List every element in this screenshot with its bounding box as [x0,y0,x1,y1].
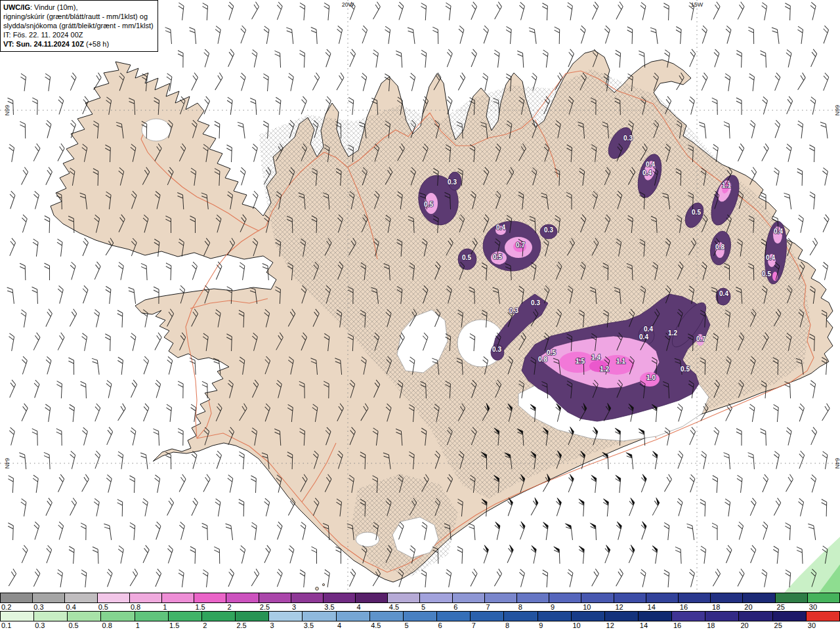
colorbar-tick-label: 2.5 [236,621,246,629]
colorbar-tick-label: 1.5 [169,621,179,629]
colorbar-cell [605,612,639,621]
precip-value-label: 0.5 [692,209,701,216]
precip-value-label: 0.5 [462,254,471,261]
colorbar-cell [259,593,291,602]
precip-value-label: 0.5 [493,253,502,261]
colorbar-tick-label: 10 [583,603,591,611]
colorbar-tick-label: 5 [421,603,425,611]
map-area: 0.30.40.41.10.50.30.50.40.30.70.50.50.40… [0,0,840,593]
precip-value-label: 1.1 [616,358,625,365]
colorbar-tick-label: 0.4 [66,603,75,611]
colorbar-tick-label: 7 [486,603,490,611]
colorbar-tick-label: 20 [744,603,752,611]
colorbar-cell [471,612,504,621]
precip-value-label: 0.3 [623,135,633,142]
colorbar-cell [705,612,739,621]
colorbar-tick-label: 4 [357,603,361,611]
colorbar-tick-label: 4.5 [389,603,399,611]
precip-value-label: 0.7 [696,335,705,343]
map-canvas: 0.30.40.41.10.50.30.50.40.30.70.50.50.40… [0,0,840,593]
colorbar-cell [679,593,711,602]
colorbar-tick-label: 6 [438,621,442,629]
colorbar-cell [0,612,34,621]
colorbar-tick-label: 8 [518,603,522,611]
colorbar-cell [485,593,517,602]
title-line-3: slydda/snjókoma (grátt/bleikt/grænt - mm… [3,21,154,30]
colorbar-cell [743,593,775,602]
colorbar-cell [437,612,471,621]
longitude-label: 15W [691,1,704,8]
colorbar-tick-label: 3.5 [304,621,314,629]
colorbar-cell [135,612,169,621]
colorbar-cell [614,593,646,602]
colorbar-tick-label: 2 [203,621,207,629]
colorbar-cell [130,593,162,602]
colorbar-cell [194,593,226,602]
colorbar-tick-label: 2.5 [260,603,270,611]
colorbar-cell [538,612,572,621]
colorbar-rain-labels: 0.10.30.50.811.522.533.544.5567891012141… [0,621,840,630]
colorbar-tick-label: 8 [505,621,509,629]
colorbars: 0.20.30.40.50.811.522.533.544.5567891012… [0,593,840,630]
title-line-1: UWC/IG: Vindur (10m), [3,3,154,12]
colorbar-tick-label: 0.3 [35,621,45,629]
precip-value-label: 0.8 [538,356,547,363]
colorbar-cell [739,612,772,621]
colorbar-tick-label: 30 [809,603,817,611]
colorbar-cell [101,612,135,621]
colorbar-cell [453,593,485,602]
colorbar-cell [324,593,356,602]
colorbar-tick-label: 0.8 [131,603,140,611]
colorbar-cell [202,612,236,621]
precip-value-label: 0.4 [774,228,783,235]
colorbar-cell [162,593,194,602]
weather-map-screen: 0.30.40.41.10.50.30.50.40.30.70.50.50.40… [0,0,840,630]
colorbar-cell [517,593,549,602]
init-time: IT: Fös. 22. 11. 2024 00Z [3,30,154,39]
colorbar-cell [504,612,537,621]
precip-value-label: 0.7 [516,242,525,249]
colorbar-tick-label: 14 [648,603,656,611]
colorbar-tick-label: 25 [774,621,782,629]
colorbar-cell [639,612,672,621]
precip-value-label: 0.3 [492,346,501,353]
colorbar-tick-label: 3 [292,603,296,611]
colorbar-tick-label: 12 [606,621,614,629]
precip-value-label: 0.3 [531,299,540,306]
precip-value-label: 0.4 [642,169,652,177]
precip-value-label: 0.5 [424,201,433,208]
precip-value-label: 0.4 [644,326,653,333]
colorbar-tick-label: 16 [673,621,681,629]
precip-value-label: 0.4 [646,161,655,168]
colorbar-tick-label: 12 [615,603,623,611]
colorbar-cell [356,593,388,602]
latitude-label: 66N [834,105,840,116]
colorbar-tick-label: 7 [472,621,476,629]
colorbar-cell [0,593,33,602]
latitude-label: 64N [834,458,840,469]
colorbar-cell [776,593,808,602]
precip-value-label: 0.5 [547,349,556,356]
colorbar-tick-label: 25 [777,603,785,611]
colorbar-cell [98,593,130,602]
colorbar-cell [646,593,679,602]
colorbar-tick-label: 18 [707,621,715,629]
colorbar-tick-label: 3 [270,621,274,629]
precip-value-label: 0.3 [509,307,518,314]
precip-value-label: 1.4 [591,354,600,361]
valid-time: VT: Sun. 24.11.2024 10Z (+58 h) [3,39,154,49]
title-line-2: rigning/skúrir (grænt/blátt/rautt - mm/1… [3,12,154,21]
precip-value-label: 0.5 [762,270,771,278]
precip-value-label: 1.2 [600,366,609,373]
colorbar-tick-label: 14 [640,621,648,629]
colorbar-tick-label: 3.5 [324,603,334,611]
glacier-drangajokull [142,119,171,141]
colorbar-cell [711,593,743,602]
colorbar-tick-label: 4 [337,621,341,629]
colorbar-rain [0,611,840,621]
colorbar-cell [581,593,614,602]
colorbar-tick-label: 9 [539,621,543,629]
colorbar-cell [33,593,65,602]
colorbar-sleet-snow-labels: 0.20.30.40.50.811.522.533.544.5567891012… [0,603,840,611]
precip-value-label: 0.3 [544,226,553,234]
